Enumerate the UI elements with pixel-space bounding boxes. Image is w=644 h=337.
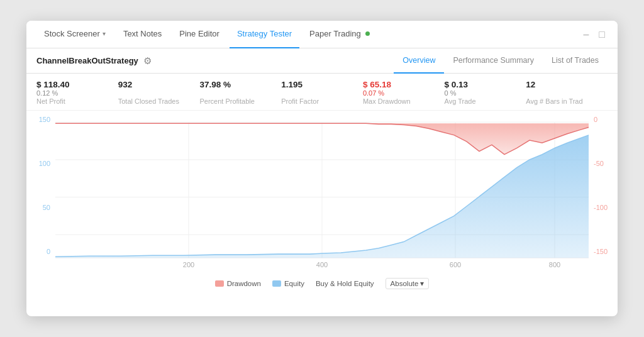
legend-drawdown: Drawdown <box>215 280 261 287</box>
metric-value: 1.195 <box>281 80 363 89</box>
chart-area: 150 100 50 0 0 -50 -100 -150 <box>26 111 618 274</box>
metric-label: Avg # Bars in Trad <box>526 97 608 105</box>
metric-sub <box>281 89 363 97</box>
subbar: ChannelBreakOutStrategy ⚙ Overview Perfo… <box>26 48 618 74</box>
maximize-button[interactable]: □ <box>596 28 608 41</box>
settings-icon[interactable]: ⚙ <box>143 55 152 67</box>
metric-label: Max Drawdown <box>363 97 445 105</box>
metric-label: Net Profit <box>36 97 118 105</box>
svg-text:800: 800 <box>549 261 560 268</box>
metric-percent-profitable: 37.98 % Percent Profitable <box>199 80 281 105</box>
metric-sub <box>118 89 200 97</box>
metric-value: 12 <box>526 80 608 89</box>
subbar-tabs: Overview Performance Summary List of Tra… <box>394 48 608 74</box>
metric-value: $ 118.40 <box>36 80 118 89</box>
strategy-name: ChannelBreakOutStrategy <box>36 56 138 65</box>
metric-avg-trade: $ 0.13 0 % Avg Trade <box>445 80 526 105</box>
legend-color-drawdown <box>215 280 224 287</box>
svg-text:400: 400 <box>316 261 328 268</box>
legend-equity: Equity <box>272 280 304 287</box>
subtab-performance-summary[interactable]: Performance Summary <box>444 48 543 74</box>
tab-paper-trading[interactable]: Paper Trading <box>302 21 377 48</box>
metric-label: Percent Profitable <box>199 97 281 105</box>
live-dot <box>365 31 370 36</box>
metric-label: Profit Factor <box>281 97 363 105</box>
chart-svg: 200 400 600 800 <box>26 116 618 274</box>
tab-stock-screener[interactable]: Stock Screener ▾ <box>36 21 113 48</box>
svg-text:200: 200 <box>183 261 194 268</box>
metric-sub <box>199 89 281 97</box>
svg-text:600: 600 <box>450 261 461 268</box>
tab-text-notes[interactable]: Text Notes <box>116 21 169 48</box>
legend-color-equity <box>272 280 281 287</box>
titlebar: Stock Screener ▾ Text Notes Pine Editor … <box>26 21 618 48</box>
metric-total-closed-trades: 932 Total Closed Trades <box>118 80 200 105</box>
metric-avg-bars: 12 Avg # Bars in Trad <box>526 80 608 105</box>
metric-label: Avg Trade <box>445 97 526 105</box>
tab-strategy-tester[interactable]: Strategy Tester <box>230 21 299 48</box>
minimize-button[interactable]: – <box>580 28 591 41</box>
chart-legend: Drawdown Equity Buy & Hold Equity Absolu… <box>26 274 618 294</box>
metric-sub <box>526 89 608 97</box>
subtab-list-of-trades[interactable]: List of Trades <box>543 48 608 74</box>
window-controls: – □ <box>580 28 608 41</box>
metric-profit-factor: 1.195 Profit Factor <box>281 80 363 105</box>
metric-sub: 0.07 % <box>363 89 445 97</box>
main-window: Stock Screener ▾ Text Notes Pine Editor … <box>26 21 618 316</box>
metric-value: $ 65.18 <box>363 80 445 89</box>
absolute-dropdown[interactable]: Absolute ▾ <box>386 278 430 289</box>
tab-pine-editor[interactable]: Pine Editor <box>172 21 227 48</box>
y-axis-right: 0 -50 -100 -150 <box>589 116 618 255</box>
metric-max-drawdown: $ 65.18 0.07 % Max Drawdown <box>363 80 445 105</box>
metric-value: 37.98 % <box>199 80 281 89</box>
y-axis-left: 150 100 50 0 <box>26 116 55 255</box>
metric-value: $ 0.13 <box>445 80 526 89</box>
subtab-overview[interactable]: Overview <box>394 48 444 74</box>
metric-net-profit: $ 118.40 0.12 % Net Profit <box>36 80 118 105</box>
legend-buy-hold: Buy & Hold Equity <box>316 280 374 287</box>
metric-label: Total Closed Trades <box>118 97 200 105</box>
metrics-bar: $ 118.40 0.12 % Net Profit 932 Total Clo… <box>26 74 618 111</box>
metric-sub: 0 % <box>445 89 526 97</box>
chevron-icon: ▾ <box>103 30 106 37</box>
metric-sub: 0.12 % <box>36 89 118 97</box>
metric-value: 932 <box>118 80 200 89</box>
